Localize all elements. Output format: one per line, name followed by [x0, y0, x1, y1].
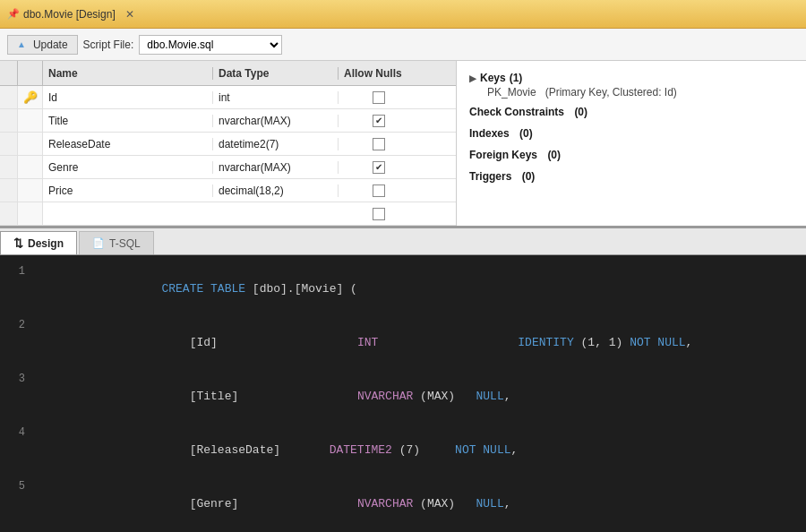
table-designer: Name Data Type Allow Nulls 🔑 Id int	[0, 61, 457, 226]
grid-header: Name Data Type Allow Nulls	[0, 61, 456, 86]
sql-line: 3 [Title] NVARCHAR (MAX) NULL,	[0, 370, 806, 424]
row-name: ReleaseDate	[43, 138, 213, 150]
row-name: Price	[43, 184, 213, 197]
foreign-keys-count: (0)	[547, 149, 561, 161]
check-constraints-header[interactable]: Check Constraints (0)	[469, 104, 793, 120]
triangle-icon: ▶	[469, 73, 476, 83]
row-pk-icon	[18, 179, 43, 202]
design-tab-label: Design	[28, 237, 64, 250]
line-code: [ReleaseDate] DATETIME2 (7) NOT NULL,	[36, 424, 806, 477]
line-code: [Id] INT IDENTITY (1, 1) NOT NULL,	[36, 316, 806, 370]
keys-header[interactable]: ▶ Keys (1)	[469, 70, 793, 86]
toolbar: Update Script File: dbo.Movie.sql	[0, 29, 806, 61]
sql-line: 4 [ReleaseDate] DATETIME2 (7) NOT NULL,	[0, 424, 806, 477]
title-bar: 📌 dbo.Movie [Design] ✕	[0, 0, 806, 29]
header-null: Allow Nulls	[339, 67, 419, 80]
indexes-section: Indexes (0)	[469, 125, 793, 142]
row-null	[339, 91, 419, 104]
keys-label: Keys	[480, 72, 506, 84]
header-type: Data Type	[213, 67, 339, 80]
tabs-bar: ⇅ Design 📄 T-SQL	[0, 228, 806, 255]
row-pk-icon	[18, 133, 43, 155]
triggers-section: Triggers (0)	[469, 168, 793, 184]
foreign-keys-label: Foreign Keys	[469, 149, 537, 161]
tab-design[interactable]: ⇅ Design	[0, 231, 77, 254]
row-null	[339, 208, 419, 220]
header-name: Name	[43, 67, 213, 80]
indexes-header[interactable]: Indexes (0)	[469, 125, 793, 142]
table-row[interactable]: Price decimal(18,2)	[0, 179, 456, 202]
triggers-header[interactable]: Triggers (0)	[469, 168, 793, 184]
script-file-label: Script File:	[83, 39, 134, 51]
null-checkbox[interactable]	[373, 208, 385, 220]
update-label: Update	[33, 39, 68, 51]
line-code: CREATE TABLE [dbo].[Movie] (	[36, 262, 806, 316]
tab-tsql[interactable]: 📄 T-SQL	[79, 231, 154, 254]
main-area: Name Data Type Allow Nulls 🔑 Id int	[0, 61, 806, 532]
triggers-label: Triggers	[469, 170, 511, 183]
row-type: int	[213, 91, 339, 104]
tsql-tab-icon: 📄	[92, 237, 105, 249]
row-type: datetime2(7)	[213, 138, 339, 150]
update-button[interactable]: Update	[7, 35, 78, 55]
script-file-select[interactable]: dbo.Movie.sql	[139, 35, 282, 55]
table-row[interactable]: ReleaseDate datetime2(7)	[0, 133, 456, 156]
row-marker	[0, 202, 18, 225]
line-code: [Genre] NVARCHAR (MAX) NULL,	[36, 477, 806, 531]
check-constraints-count: (0)	[574, 106, 587, 118]
keys-section: ▶ Keys (1) PK_Movie (Primary Key, Cluste…	[469, 70, 793, 99]
null-checkbox[interactable]	[373, 91, 385, 104]
check-constraints-section: Check Constraints (0)	[469, 104, 793, 120]
line-number: 2	[0, 316, 36, 370]
row-pk-icon: 🔑	[18, 86, 43, 108]
title-close-button[interactable]: ✕	[123, 7, 137, 21]
row-type: nvarchar(MAX)	[213, 161, 339, 174]
row-marker	[0, 133, 18, 155]
null-checkbox[interactable]	[373, 161, 385, 174]
table-row[interactable]: Title nvarchar(MAX)	[0, 109, 456, 133]
line-number: 5	[0, 477, 36, 531]
row-null	[339, 115, 419, 127]
indexes-label: Indexes	[469, 127, 510, 140]
sql-editor: 1 CREATE TABLE [dbo].[Movie] ( 2 [Id] IN…	[0, 255, 806, 532]
row-marker	[0, 109, 18, 132]
row-null	[339, 184, 419, 197]
row-null	[339, 161, 419, 174]
line-number: 3	[0, 370, 36, 424]
null-checkbox[interactable]	[373, 115, 385, 127]
title-bar-text: dbo.Movie [Design]	[23, 8, 116, 21]
line-number: 4	[0, 424, 36, 477]
bottom-section: ⇅ Design 📄 T-SQL 1 CREATE TABLE [dbo].[M…	[0, 228, 806, 532]
null-checkbox[interactable]	[373, 138, 385, 150]
row-pk-icon	[18, 156, 43, 178]
null-checkbox[interactable]	[373, 184, 385, 197]
design-tab-icon: ⇅	[13, 236, 23, 250]
keys-item: PK_Movie (Primary Key, Clustered: Id)	[469, 86, 793, 99]
foreign-keys-section: Foreign Keys (0)	[469, 147, 793, 163]
row-pk-icon	[18, 109, 43, 132]
title-pin-icon: 📌	[7, 8, 20, 20]
tsql-tab-label: T-SQL	[109, 237, 141, 250]
row-name: Id	[43, 91, 213, 104]
row-type: decimal(18,2)	[213, 184, 339, 197]
pk-movie-value: PK_Movie (Primary Key, Clustered: Id)	[487, 86, 677, 99]
line-number: 1	[0, 262, 36, 316]
row-marker	[0, 179, 18, 202]
row-pk-icon	[18, 202, 43, 225]
row-marker	[0, 86, 18, 108]
line-code: [Title] NVARCHAR (MAX) NULL,	[36, 370, 806, 424]
table-row[interactable]: 🔑 Id int	[0, 86, 456, 109]
foreign-keys-header[interactable]: Foreign Keys (0)	[469, 147, 793, 163]
sql-line: 1 CREATE TABLE [dbo].[Movie] (	[0, 262, 806, 316]
header-pk	[18, 61, 43, 85]
row-null	[339, 138, 419, 150]
table-row[interactable]	[0, 202, 456, 226]
triggers-count: (0)	[522, 170, 536, 183]
table-row[interactable]: Genre nvarchar(MAX)	[0, 156, 456, 179]
keys-count: (1)	[510, 72, 523, 84]
row-name: Title	[43, 115, 213, 127]
indexes-count: (0)	[519, 127, 533, 140]
header-marker	[0, 61, 18, 85]
row-type: nvarchar(MAX)	[213, 115, 339, 127]
sql-line: 5 [Genre] NVARCHAR (MAX) NULL,	[0, 477, 806, 531]
